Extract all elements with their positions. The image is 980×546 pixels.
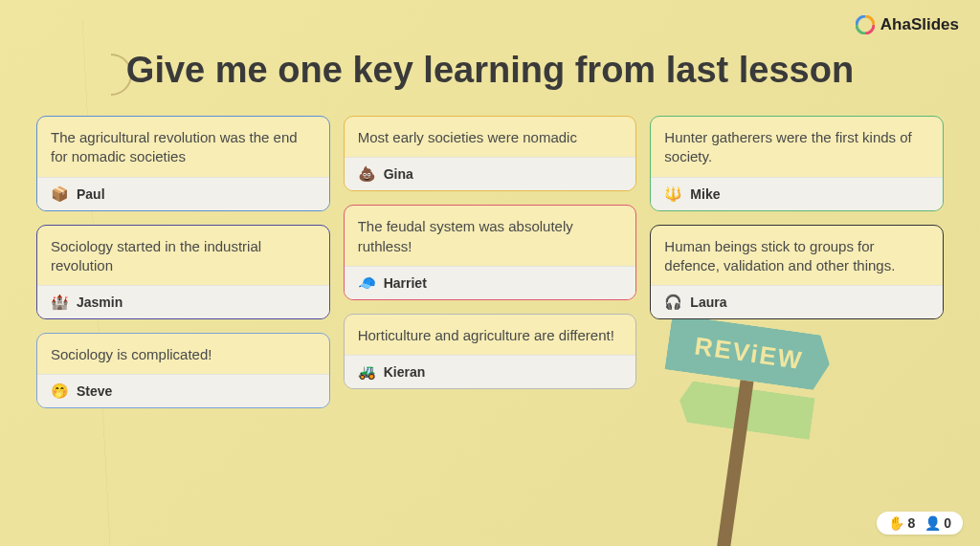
slide-title: Give me one key learning from last lesso… [36,50,944,91]
participant-count: 👤 0 [924,515,951,531]
response-author: 🤭Steve [37,374,329,407]
hand-icon: ✋ [888,515,904,531]
author-name: Paul [77,186,105,202]
response-card[interactable]: Human beings stick to groups for defence… [650,225,944,320]
response-card[interactable]: The feudal system was absolutely ruthles… [344,205,637,300]
author-name: Gina [384,166,413,182]
author-name: Harriet [384,275,427,291]
author-emoji-icon: 🤭 [51,382,69,400]
response-column: Hunter gatherers were the first kinds of… [650,116,944,408]
author-emoji-icon: 🧢 [358,274,376,292]
author-emoji-icon: 🔱 [664,186,682,203]
raised-hand-count: ✋ 8 [888,515,915,531]
response-text: Horticulture and agriculture are differe… [345,315,636,355]
response-author: 🚜Kieran [345,355,636,388]
response-column: Most early societies were nomadic💩GinaTh… [344,116,637,408]
response-card[interactable]: The agricultural revolution was the end … [36,116,330,211]
response-author: 💩Gina [345,157,636,190]
response-author: 🧢Harriet [345,266,636,299]
responses-grid: The agricultural revolution was the end … [36,116,944,408]
response-author: 🏰Jasmin [37,285,329,318]
author-emoji-icon: 🎧 [664,294,682,311]
response-card[interactable]: Horticulture and agriculture are differe… [344,314,637,389]
response-column: The agricultural revolution was the end … [36,116,330,408]
response-text: Most early societies were nomadic [345,117,636,157]
author-emoji-icon: 🚜 [358,363,376,381]
response-card[interactable]: Sociology started in the industrial revo… [36,225,330,320]
author-emoji-icon: 🏰 [51,294,69,311]
response-text: The agricultural revolution was the end … [37,117,329,177]
author-emoji-icon: 💩 [358,165,376,183]
status-footer: ✋ 8 👤 0 [877,512,963,535]
slide-content: Give me one key learning from last lesso… [0,0,980,408]
user-icon: 👤 [924,515,941,531]
response-text: Sociology is complicated! [37,334,329,374]
response-card[interactable]: Sociology is complicated!🤭Steve [36,333,330,408]
author-name: Jasmin [77,295,122,310]
response-text: Human beings stick to groups for defence… [651,226,943,286]
author-name: Laura [690,295,726,310]
response-author: 🎧Laura [651,285,943,318]
author-name: Kieran [384,364,426,380]
response-card[interactable]: Hunter gatherers were the first kinds of… [650,116,944,211]
response-text: Hunter gatherers were the first kinds of… [651,117,943,177]
response-author: 📦Paul [37,177,329,210]
author-emoji-icon: 📦 [51,186,69,203]
author-name: Mike [690,186,720,202]
response-card[interactable]: Most early societies were nomadic💩Gina [344,116,637,191]
response-text: Sociology started in the industrial revo… [37,226,329,286]
response-text: The feudal system was absolutely ruthles… [345,206,636,266]
response-author: 🔱Mike [651,177,943,210]
author-name: Steve [77,383,112,399]
